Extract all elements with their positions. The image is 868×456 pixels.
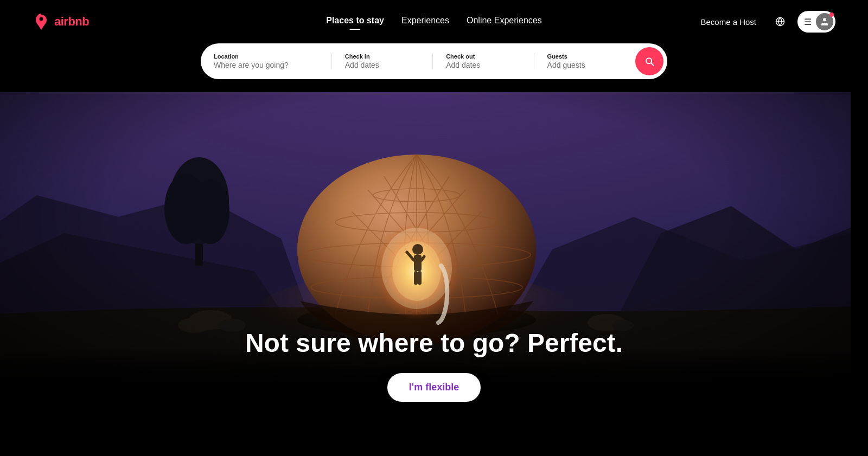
notification-dot [829,12,834,17]
search-button[interactable] [635,47,663,75]
main-nav: Places to stay Experiences Online Experi… [326,16,542,28]
location-label: Location [214,53,319,60]
airbnb-logo-icon [33,13,50,30]
checkin-label: Check in [345,53,420,60]
hero-section: Not sure where to go? Perfect. I'm flexi… [0,92,868,456]
nav-experiences[interactable]: Experiences [401,16,449,28]
nav-places-to-stay[interactable]: Places to stay [326,16,384,28]
become-host-link[interactable]: Become a Host [694,13,763,31]
checkin-field[interactable]: Check in Add dates [332,46,433,77]
checkout-field[interactable]: Check out Add dates [433,46,534,77]
nav-online-experiences[interactable]: Online Experiences [467,16,542,28]
globe-icon [775,17,785,27]
search-bar: Location Where are you going? Check in A… [201,43,667,79]
guests-value: Add guests [547,61,622,69]
checkout-label: Check out [446,53,521,60]
checkout-value: Add dates [446,61,521,69]
user-icon [820,17,829,27]
language-button[interactable] [769,11,791,33]
hamburger-icon: ☰ [804,17,812,27]
logo-text: airbnb [54,15,89,29]
header-right: Become a Host ☰ [694,11,835,33]
avatar [816,13,833,30]
header: airbnb Places to stay Experiences Online… [0,0,868,43]
hero-headline: Not sure where to go? Perfect. [244,328,624,358]
guests-field[interactable]: Guests Add guests [534,46,635,77]
flexible-button[interactable]: I'm flexible [387,373,481,402]
hero-text-container: Not sure where to go? Perfect. I'm flexi… [244,328,624,402]
location-value: Where are you going? [214,61,319,69]
guests-label: Guests [547,53,622,60]
location-field[interactable]: Location Where are you going? [201,46,332,77]
logo[interactable]: airbnb [33,13,89,30]
search-bar-container: Location Where are you going? Check in A… [0,43,868,92]
search-icon [644,56,655,67]
user-menu[interactable]: ☰ [797,11,835,33]
checkin-value: Add dates [345,61,420,69]
svg-point-2 [823,18,826,21]
